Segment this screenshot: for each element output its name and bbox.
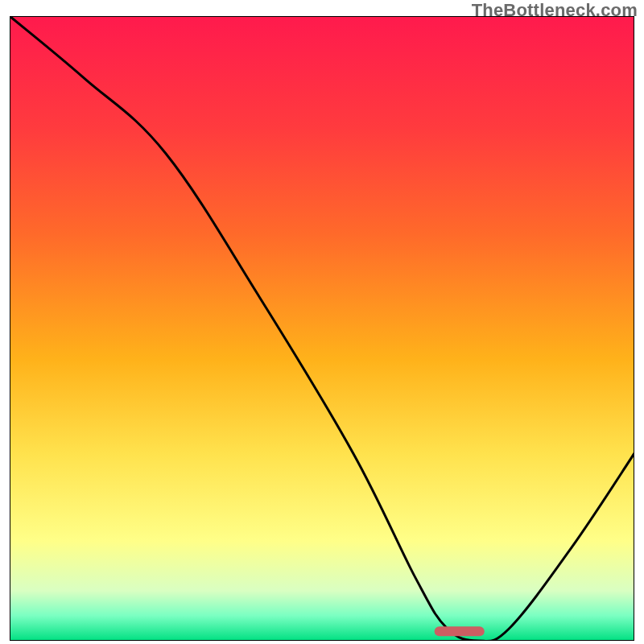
optimum-marker xyxy=(435,626,485,636)
plot-background xyxy=(10,16,634,641)
bottleneck-chart xyxy=(10,16,634,641)
chart-container: TheBottleneck.com xyxy=(0,0,644,644)
